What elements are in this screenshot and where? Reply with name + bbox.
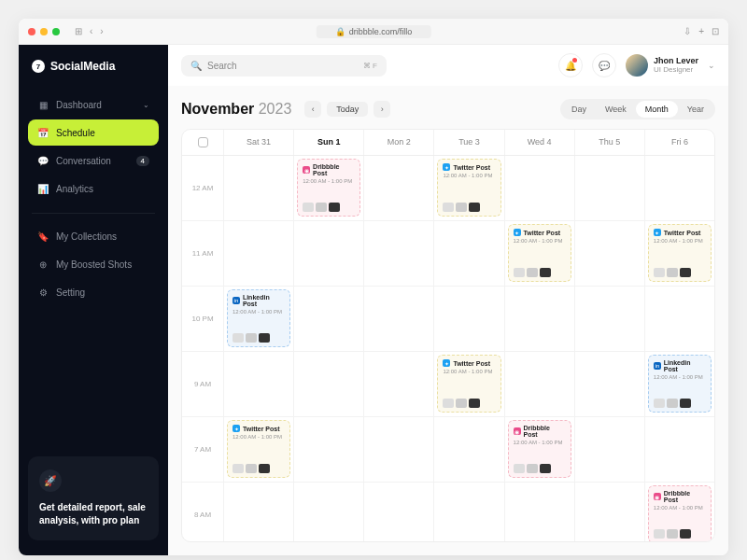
maximize-dot[interactable] — [52, 28, 60, 35]
calendar-slot[interactable]: ✦Twitter Post12:00 AM - 1:00 PM — [644, 221, 714, 286]
event-card-linkedin[interactable]: inLinkedin Post12:00 AM - 1:00 PM — [648, 355, 712, 413]
prev-month-button[interactable]: ‹ — [304, 101, 321, 118]
sidebar-item-conversation[interactable]: 💬 Conversation 4 — [28, 147, 159, 174]
calendar-slot[interactable] — [363, 483, 433, 541]
search-input[interactable]: 🔍 Search ⌘ F — [181, 55, 387, 77]
calendar-slot[interactable]: inLinkedin Post12:00 AM - 1:00 PM — [644, 352, 714, 416]
month-title: November 2023 — [181, 101, 291, 118]
calendar-slot[interactable] — [644, 287, 714, 351]
calendar-slot[interactable] — [574, 417, 644, 482]
brand-logo[interactable]: 7 SocialMedia — [28, 60, 159, 73]
calendar-slot[interactable] — [504, 156, 574, 220]
event-card-twitter[interactable]: ✦Twitter Post12:00 AM - 1:00 PM — [648, 224, 712, 282]
today-button[interactable]: Today — [327, 102, 368, 117]
calendar-slot[interactable] — [363, 287, 433, 351]
day-header[interactable]: Mon 2 — [363, 130, 433, 155]
event-card-dribbble[interactable]: ◉Dribbble Post12:00 AM - 1:00 PM — [648, 485, 712, 541]
calendar-slot[interactable] — [223, 483, 293, 541]
chevron-down-icon: ⌄ — [708, 61, 715, 70]
calendar-slot[interactable] — [293, 483, 363, 541]
time-body[interactable]: 12 AM◉Dribbble Post12:00 AM - 1:00 PM✦Tw… — [182, 156, 714, 541]
day-header[interactable]: Thu 5 — [574, 130, 644, 155]
calendar-slot[interactable]: inLinkedin Post12:00 AM - 1:00 PM — [223, 287, 293, 351]
calendar-slot[interactable] — [433, 483, 503, 541]
calendar-slot[interactable] — [293, 287, 363, 351]
minimize-dot[interactable] — [40, 28, 48, 35]
sidebar-item-boosted[interactable]: ⊕ My Boosted Shots — [28, 251, 159, 277]
sidebar-item-analytics[interactable]: 📊 Analytics — [28, 175, 159, 202]
event-thumbnails — [654, 399, 706, 408]
day-header[interactable]: Sat 31 — [223, 130, 293, 155]
calendar-slot[interactable] — [644, 417, 714, 482]
event-card-twitter[interactable]: ✦Twitter Post12:00 AM - 1:00 PM — [227, 420, 290, 478]
calendar-slot[interactable]: ✦Twitter Post12:00 AM - 1:00 PM — [223, 417, 293, 482]
calendar-slot[interactable]: ✦Twitter Post12:00 AM - 1:00 PM — [433, 156, 503, 220]
day-header[interactable]: Sun 1 — [293, 130, 363, 155]
time-label: 8 AM — [182, 483, 223, 541]
calendar-slot[interactable] — [363, 352, 433, 416]
calendar-slot[interactable] — [574, 483, 644, 541]
calendar-slot[interactable] — [293, 221, 363, 286]
view-day[interactable]: Day — [562, 101, 596, 118]
calendar-slot[interactable] — [363, 417, 433, 482]
calendar-slot[interactable]: ◉Dribbble Post12:00 AM - 1:00 PM — [293, 156, 363, 220]
notification-button[interactable]: 🔔 — [558, 53, 583, 77]
calendar-slot[interactable]: ◉Dribbble Post12:00 AM - 1:00 PM — [644, 483, 714, 541]
calendar-slot[interactable] — [433, 417, 503, 482]
sidebar-item-setting[interactable]: ⚙ Setting — [28, 279, 159, 305]
calendar-slot[interactable] — [574, 352, 644, 416]
url-bar[interactable]: 🔒 dribbble.com/fillo — [317, 25, 431, 38]
event-card-twitter[interactable]: ✦Twitter Post12:00 AM - 1:00 PM — [508, 224, 571, 282]
calendar-slot[interactable] — [223, 352, 293, 416]
user-menu[interactable]: Jhon Lever UI Designer ⌄ — [626, 54, 715, 77]
add-icon[interactable]: + — [698, 26, 704, 36]
back-icon[interactable]: ‹ — [90, 26, 92, 36]
calendar-slot[interactable] — [293, 352, 363, 416]
messages-button[interactable]: 💬 — [592, 53, 616, 77]
calendar-slot[interactable] — [574, 287, 644, 351]
view-week[interactable]: Week — [596, 101, 636, 118]
event-thumbnails — [443, 399, 495, 408]
calendar-slot[interactable] — [504, 287, 574, 351]
month-nav: ‹ Today › — [304, 101, 390, 118]
sidebar-item-label: Analytics — [56, 184, 93, 194]
event-card-dribbble[interactable]: ◉Dribbble Post12:00 AM - 1:00 PM — [508, 420, 571, 478]
sidebar-item-collections[interactable]: 🔖 My Collections — [28, 223, 159, 249]
sidebar-item-dashboard[interactable]: ▦ Dashboard ⌄ — [28, 91, 159, 118]
calendar-slot[interactable] — [574, 156, 644, 220]
traffic-lights[interactable] — [28, 28, 60, 35]
calendar-slot[interactable] — [644, 156, 714, 220]
download-icon[interactable]: ⇩ — [684, 26, 691, 36]
calendar-slot[interactable]: ✦Twitter Post12:00 AM - 1:00 PM — [504, 221, 574, 286]
calendar-slot[interactable] — [363, 156, 433, 220]
browser-actions: ⇩ + ⊡ — [684, 26, 719, 36]
day-header[interactable]: Wed 4 — [504, 130, 574, 155]
promo-card[interactable]: 🚀 Get detailed report, sale analysis, wi… — [28, 456, 159, 540]
calendar-slot[interactable] — [223, 221, 293, 286]
view-year[interactable]: Year — [678, 101, 713, 118]
calendar-slot[interactable]: ✦Twitter Post12:00 AM - 1:00 PM — [433, 352, 503, 416]
calendar-slot[interactable] — [574, 221, 644, 286]
day-header[interactable]: Tue 3 — [433, 130, 503, 155]
calendar-slot[interactable] — [293, 417, 363, 482]
event-card-twitter[interactable]: ✦Twitter Post12:00 AM - 1:00 PM — [437, 159, 500, 217]
forward-icon[interactable]: › — [100, 26, 103, 36]
calendar-slot[interactable]: ◉Dribbble Post12:00 AM - 1:00 PM — [504, 417, 574, 482]
calendar-slot[interactable] — [433, 287, 503, 351]
next-month-button[interactable]: › — [374, 101, 390, 118]
event-card-twitter[interactable]: ✦Twitter Post12:00 AM - 1:00 PM — [437, 355, 500, 413]
sidebar-toggle-icon[interactable]: ⊞ — [75, 26, 82, 36]
day-header[interactable]: Fri 6 — [644, 130, 714, 155]
calendar-slot[interactable] — [363, 221, 433, 286]
calendar-slot[interactable] — [504, 352, 574, 416]
calendar-slot[interactable] — [433, 221, 503, 286]
calendar-slot[interactable] — [223, 156, 293, 220]
sidebar-item-schedule[interactable]: 📅 Schedule — [28, 119, 159, 146]
view-month[interactable]: Month — [636, 101, 678, 118]
tabs-icon[interactable]: ⊡ — [712, 26, 719, 36]
event-card-linkedin[interactable]: inLinkedin Post12:00 AM - 1:00 PM — [227, 289, 290, 347]
event-card-dribbble[interactable]: ◉Dribbble Post12:00 AM - 1:00 PM — [297, 159, 360, 217]
calendar-slot[interactable] — [504, 483, 574, 541]
url-text: dribbble.com/fillo — [349, 27, 413, 36]
close-dot[interactable] — [28, 28, 35, 35]
